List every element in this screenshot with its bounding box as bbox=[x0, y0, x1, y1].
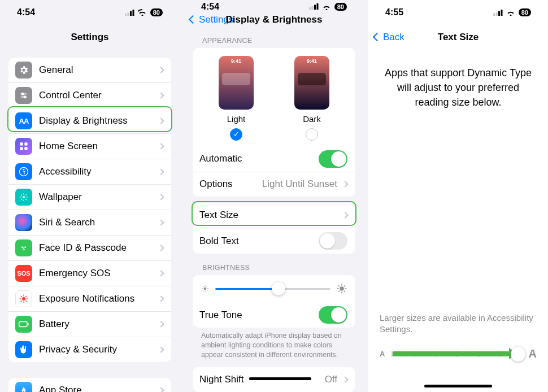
truetone-toggle[interactable] bbox=[319, 306, 347, 324]
redaction-bar bbox=[249, 377, 311, 380]
svg-line-50 bbox=[203, 286, 203, 287]
row-siri[interactable]: Siri & Search bbox=[8, 210, 171, 235]
svg-rect-34 bbox=[19, 322, 27, 327]
svg-rect-0 bbox=[125, 14, 127, 16]
svg-rect-2 bbox=[130, 11, 132, 16]
row-text-size[interactable]: Text Size bbox=[193, 203, 355, 228]
row-accessibility[interactable]: Accessibility bbox=[8, 159, 171, 184]
battery-indicator: 80 bbox=[519, 8, 531, 16]
wifi-icon bbox=[138, 9, 147, 16]
row-wallpaper[interactable]: Wallpaper bbox=[8, 184, 171, 210]
wifi-icon bbox=[322, 3, 331, 10]
row-options[interactable]: Options Light Until Sunset bbox=[193, 172, 355, 197]
accessibility-icon bbox=[15, 163, 32, 180]
svg-point-13 bbox=[23, 169, 25, 171]
row-label: Display & Brightness bbox=[39, 115, 156, 127]
row-label: True Tone bbox=[199, 310, 319, 321]
svg-line-52 bbox=[203, 290, 203, 291]
row-home-screen[interactable]: Home Screen bbox=[8, 133, 171, 159]
svg-rect-9 bbox=[24, 142, 27, 145]
text-size-description: Apps that support Dynamic Type will adju… bbox=[368, 50, 548, 110]
appearance-dark-option[interactable]: 9:41 Dark bbox=[294, 56, 329, 141]
svg-line-31 bbox=[25, 300, 27, 302]
brightness-slider[interactable] bbox=[215, 288, 330, 290]
svg-line-20 bbox=[25, 199, 26, 199]
row-display-brightness[interactable]: AA Display & Brightness bbox=[8, 108, 171, 133]
text-group: Text Size Bold Text bbox=[193, 203, 355, 254]
preview-time: 9:41 bbox=[294, 58, 329, 64]
chevron-right-icon bbox=[342, 212, 348, 219]
text-size-screen: 4:55 80 Back Text Size Apps that support… bbox=[368, 0, 548, 392]
settings-group-main: General Control Center AA Display & Brig… bbox=[8, 58, 171, 362]
status-time: 4:55 bbox=[385, 7, 403, 18]
svg-rect-64 bbox=[495, 12, 497, 16]
nav-title: Display & Brightness bbox=[184, 14, 364, 25]
settings-screen: 4:54 80 Settings General bbox=[0, 0, 180, 392]
svg-rect-3 bbox=[132, 10, 134, 16]
row-exposure[interactable]: Exposure Notifications bbox=[8, 286, 171, 311]
status-bar: 4:54 80 bbox=[184, 0, 364, 13]
row-label: Face ID & Passcode bbox=[39, 242, 156, 254]
status-right: 80 bbox=[309, 3, 347, 11]
display-brightness-screen: 4:54 80 Settings Display & Brightness AP… bbox=[184, 0, 364, 392]
row-automatic[interactable]: Automatic bbox=[193, 146, 355, 172]
appearance-options: 9:41 Light ✓ 9:41 Dark bbox=[193, 48, 355, 146]
home-indicator[interactable] bbox=[424, 385, 492, 387]
row-general[interactable]: General bbox=[8, 58, 171, 82]
svg-line-21 bbox=[21, 199, 21, 199]
chevron-right-icon bbox=[158, 219, 164, 225]
automatic-toggle[interactable] bbox=[319, 150, 347, 168]
light-radio[interactable]: ✓ bbox=[230, 128, 242, 141]
gear-icon bbox=[15, 62, 32, 79]
row-label: Privacy & Security bbox=[39, 344, 156, 355]
sun-small-icon bbox=[201, 284, 210, 293]
status-time: 4:54 bbox=[17, 7, 35, 18]
row-battery[interactable]: Battery bbox=[8, 311, 171, 337]
svg-rect-63 bbox=[493, 14, 495, 16]
row-label: Siri & Search bbox=[39, 217, 156, 228]
dark-radio[interactable] bbox=[306, 128, 318, 141]
chevron-right-icon bbox=[158, 321, 164, 327]
chevron-right-icon bbox=[158, 387, 164, 392]
chevron-right-icon bbox=[158, 346, 164, 352]
light-label: Light bbox=[227, 114, 246, 124]
preview-time: 9:41 bbox=[219, 58, 254, 64]
row-label: Text Size bbox=[199, 210, 341, 221]
svg-rect-66 bbox=[501, 10, 502, 16]
bold-toggle[interactable] bbox=[319, 232, 347, 250]
nav-bar: Back Text Size bbox=[368, 25, 548, 50]
status-right: 80 bbox=[493, 8, 531, 16]
row-appstore[interactable]: App Store bbox=[8, 378, 171, 392]
battery-indicator: 80 bbox=[334, 3, 347, 11]
nav-title: Text Size bbox=[368, 32, 548, 43]
annotation-arrow bbox=[393, 351, 509, 356]
svg-point-14 bbox=[23, 196, 25, 198]
chevron-right-icon bbox=[158, 67, 164, 73]
hand-icon bbox=[15, 341, 32, 358]
section-header-brightness: BRIGHTNESS bbox=[184, 254, 364, 275]
svg-rect-41 bbox=[309, 7, 311, 10]
row-value: Light Until Sunset bbox=[262, 178, 337, 190]
slider-thumb[interactable] bbox=[511, 347, 525, 361]
row-faceid[interactable]: Face ID & Passcode bbox=[8, 235, 171, 260]
brightness-slider-row bbox=[193, 275, 355, 302]
appearance-light-option[interactable]: 9:41 Light ✓ bbox=[219, 56, 254, 141]
svg-line-51 bbox=[207, 290, 207, 291]
row-control-center[interactable]: Control Center bbox=[8, 82, 171, 108]
text-size-slider[interactable] bbox=[392, 353, 521, 355]
svg-point-24 bbox=[25, 247, 25, 247]
svg-rect-44 bbox=[316, 3, 318, 10]
row-label: General bbox=[39, 64, 156, 76]
aa-icon: AA bbox=[15, 112, 32, 129]
row-bold-text[interactable]: Bold Text bbox=[193, 228, 355, 254]
svg-line-62 bbox=[344, 285, 345, 286]
text-size-slider-area: A A bbox=[368, 338, 548, 373]
svg-point-23 bbox=[22, 247, 23, 247]
slider-thumb[interactable] bbox=[272, 282, 285, 295]
night-shift-group: Night Shift Off bbox=[193, 367, 355, 392]
row-privacy[interactable]: Privacy & Security bbox=[8, 337, 171, 362]
letter-a-large-icon: A bbox=[529, 347, 537, 360]
brightness-group: True Tone bbox=[193, 275, 355, 328]
row-true-tone[interactable]: True Tone bbox=[193, 302, 355, 328]
row-sos[interactable]: SOS Emergency SOS bbox=[8, 260, 171, 286]
